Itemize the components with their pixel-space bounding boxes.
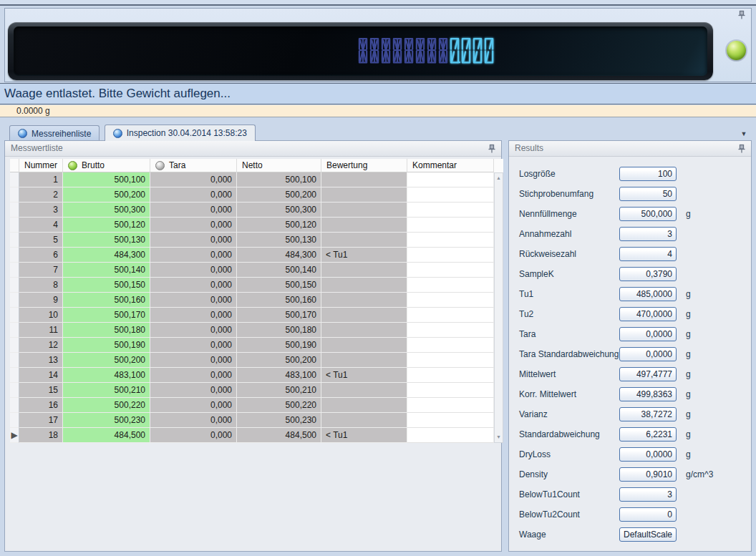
pin-icon[interactable] bbox=[487, 144, 497, 154]
field-value-input[interactable]: 3 bbox=[619, 227, 677, 241]
field-value-input[interactable]: 50 bbox=[619, 187, 677, 201]
cell-netto[interactable]: 484,300 bbox=[237, 248, 321, 263]
cell-bewertung[interactable] bbox=[321, 233, 407, 248]
cell-brutto[interactable]: 500,230 bbox=[63, 413, 150, 428]
cell-kommentar[interactable] bbox=[407, 248, 494, 263]
cell-nummer[interactable]: 11 bbox=[19, 323, 63, 338]
vertical-scrollbar[interactable]: ▲ ▼ bbox=[494, 172, 503, 443]
cell-kommentar[interactable] bbox=[407, 368, 494, 383]
row-selector[interactable] bbox=[10, 172, 19, 187]
cell-kommentar[interactable] bbox=[407, 187, 494, 203]
tab-inspection[interactable]: Inspection 30.04.2014 13:58:23 bbox=[105, 125, 256, 141]
cell-brutto[interactable]: 484,500 bbox=[63, 428, 150, 443]
cell-bewertung[interactable]: < Tu1 bbox=[321, 368, 407, 383]
field-value-input[interactable]: 485,0000 bbox=[619, 287, 677, 301]
row-selector[interactable] bbox=[10, 293, 19, 308]
cell-brutto[interactable]: 500,140 bbox=[63, 263, 150, 278]
cell-tara[interactable]: 0,000 bbox=[150, 293, 237, 308]
cell-netto[interactable]: 500,180 bbox=[237, 323, 321, 338]
row-selector[interactable] bbox=[10, 278, 19, 293]
cell-brutto[interactable]: 500,100 bbox=[63, 172, 150, 187]
cell-kommentar[interactable] bbox=[407, 353, 494, 368]
row-selector[interactable] bbox=[10, 263, 19, 278]
cell-netto[interactable]: 500,210 bbox=[237, 383, 321, 398]
cell-kommentar[interactable] bbox=[407, 203, 494, 218]
row-selector[interactable]: ▶ bbox=[10, 428, 19, 443]
cell-bewertung[interactable] bbox=[321, 413, 407, 428]
cell-netto[interactable]: 484,500 bbox=[237, 428, 321, 443]
cell-kommentar[interactable] bbox=[407, 323, 494, 338]
cell-brutto[interactable]: 500,150 bbox=[63, 278, 150, 293]
cell-tara[interactable]: 0,000 bbox=[150, 172, 237, 187]
field-value-input[interactable]: 3 bbox=[619, 487, 677, 502]
row-selector[interactable] bbox=[10, 338, 19, 353]
row-selector[interactable] bbox=[10, 323, 19, 338]
cell-brutto[interactable]: 500,220 bbox=[63, 398, 150, 413]
scroll-up-icon[interactable]: ▲ bbox=[495, 174, 503, 182]
cell-tara[interactable]: 0,000 bbox=[150, 338, 237, 353]
cell-brutto[interactable]: 500,200 bbox=[63, 353, 150, 368]
field-value-input[interactable]: 0,9010 bbox=[619, 467, 677, 482]
cell-nummer[interactable]: 2 bbox=[19, 187, 63, 203]
cell-bewertung[interactable] bbox=[321, 353, 407, 368]
cell-tara[interactable]: 0,000 bbox=[150, 308, 237, 323]
cell-netto[interactable]: 500,170 bbox=[237, 308, 321, 323]
cell-kommentar[interactable] bbox=[407, 428, 494, 443]
cell-kommentar[interactable] bbox=[407, 218, 494, 233]
field-value-input[interactable]: 6,2231 bbox=[619, 427, 677, 442]
cell-netto[interactable]: 500,120 bbox=[237, 218, 321, 233]
cell-netto[interactable]: 500,130 bbox=[237, 233, 321, 248]
cell-bewertung[interactable] bbox=[321, 263, 407, 278]
cell-nummer[interactable]: 1 bbox=[19, 172, 63, 187]
column-header-brutto[interactable]: Brutto bbox=[63, 159, 150, 172]
cell-nummer[interactable]: 14 bbox=[19, 368, 63, 383]
cell-tara[interactable]: 0,000 bbox=[150, 398, 237, 413]
cell-tara[interactable]: 0,000 bbox=[150, 353, 237, 368]
cell-kommentar[interactable] bbox=[407, 172, 494, 187]
row-selector[interactable] bbox=[10, 383, 19, 398]
field-value-input[interactable]: DefaultScale bbox=[619, 527, 677, 542]
column-header-kommentar[interactable]: Kommentar bbox=[407, 159, 494, 172]
row-selector[interactable] bbox=[10, 413, 19, 428]
row-selector[interactable] bbox=[10, 218, 19, 233]
cell-brutto[interactable]: 500,180 bbox=[63, 323, 150, 338]
cell-bewertung[interactable] bbox=[321, 278, 407, 293]
tab-messreihenliste[interactable]: Messreihenliste bbox=[9, 125, 100, 141]
field-value-input[interactable]: 100 bbox=[619, 167, 677, 181]
cell-brutto[interactable]: 500,190 bbox=[63, 338, 150, 353]
column-header-nummer[interactable]: Nummer bbox=[19, 159, 63, 172]
cell-tara[interactable]: 0,000 bbox=[150, 323, 237, 338]
field-value-input[interactable]: 470,0000 bbox=[619, 307, 677, 321]
cell-bewertung[interactable] bbox=[321, 218, 407, 233]
cell-brutto[interactable]: 500,160 bbox=[63, 293, 150, 308]
column-header-tara[interactable]: Tara bbox=[150, 159, 237, 172]
cell-nummer[interactable]: 10 bbox=[19, 308, 63, 323]
cell-bewertung[interactable]: < Tu1 bbox=[321, 428, 407, 443]
cell-nummer[interactable]: 9 bbox=[19, 293, 63, 308]
cell-netto[interactable]: 500,150 bbox=[237, 278, 321, 293]
cell-tara[interactable]: 0,000 bbox=[150, 368, 237, 383]
cell-bewertung[interactable] bbox=[321, 203, 407, 218]
field-value-input[interactable]: 0 bbox=[619, 507, 677, 522]
cell-nummer[interactable]: 17 bbox=[19, 413, 63, 428]
cell-bewertung[interactable] bbox=[321, 293, 407, 308]
field-value-input[interactable]: 499,8363 bbox=[619, 387, 677, 401]
row-selector[interactable] bbox=[10, 233, 19, 248]
scroll-down-icon[interactable]: ▼ bbox=[495, 433, 503, 442]
cell-tara[interactable]: 0,000 bbox=[150, 413, 237, 428]
cell-brutto[interactable]: 500,300 bbox=[63, 203, 150, 218]
cell-bewertung[interactable] bbox=[321, 383, 407, 398]
cell-tara[interactable]: 0,000 bbox=[150, 233, 237, 248]
cell-netto[interactable]: 500,100 bbox=[237, 172, 321, 187]
row-selector[interactable] bbox=[10, 398, 19, 413]
cell-brutto[interactable]: 500,130 bbox=[63, 233, 150, 248]
cell-nummer[interactable]: 16 bbox=[19, 398, 63, 413]
cell-tara[interactable]: 0,000 bbox=[150, 428, 237, 443]
cell-brutto[interactable]: 484,300 bbox=[63, 248, 150, 263]
cell-kommentar[interactable] bbox=[407, 383, 494, 398]
column-header-netto[interactable]: Netto bbox=[237, 159, 321, 172]
cell-tara[interactable]: 0,000 bbox=[150, 218, 237, 233]
cell-nummer[interactable]: 18 bbox=[19, 428, 63, 443]
field-value-input[interactable]: 0,0000 bbox=[619, 447, 677, 462]
cell-netto[interactable]: 500,160 bbox=[237, 293, 321, 308]
